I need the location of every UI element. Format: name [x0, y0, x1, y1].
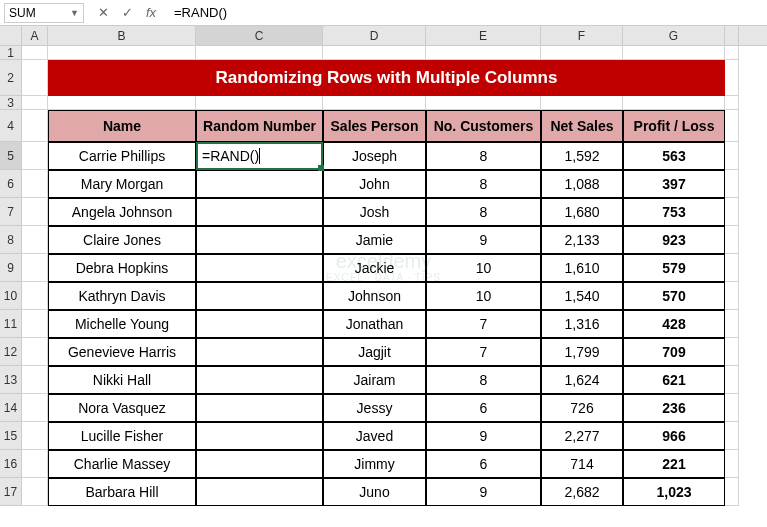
cell-profit-loss[interactable]: 563 [623, 142, 725, 170]
cell-name[interactable]: Carrie Phillips [48, 142, 196, 170]
cell-profit-loss[interactable]: 966 [623, 422, 725, 450]
cell[interactable] [725, 254, 739, 282]
cell[interactable] [48, 96, 196, 110]
col-header-a[interactable]: A [22, 26, 48, 45]
cell[interactable] [541, 46, 623, 60]
col-header-d[interactable]: D [323, 26, 426, 45]
cell-name[interactable]: Charlie Massey [48, 450, 196, 478]
cell[interactable] [48, 46, 196, 60]
cell-name[interactable]: Angela Johnson [48, 198, 196, 226]
col-header-b[interactable]: B [48, 26, 196, 45]
cell[interactable] [725, 46, 739, 60]
col-header-c[interactable]: C [196, 26, 323, 45]
cell-net-sales[interactable]: 1,316 [541, 310, 623, 338]
cell-sales-person[interactable]: Jairam [323, 366, 426, 394]
cell-customers[interactable]: 9 [426, 478, 541, 506]
cell[interactable] [196, 46, 323, 60]
cell[interactable] [725, 142, 739, 170]
header-net-sales[interactable]: Net Sales [541, 110, 623, 142]
cell-net-sales[interactable]: 1,624 [541, 366, 623, 394]
row-header[interactable]: 6 [0, 170, 22, 198]
cell-sales-person[interactable]: Jagjit [323, 338, 426, 366]
cell-profit-loss[interactable]: 753 [623, 198, 725, 226]
cell[interactable] [541, 96, 623, 110]
cell-random[interactable] [196, 366, 323, 394]
row-header[interactable]: 5 [0, 142, 22, 170]
cell[interactable] [725, 422, 739, 450]
col-header-e[interactable]: E [426, 26, 541, 45]
cell[interactable] [323, 46, 426, 60]
row-header[interactable]: 10 [0, 282, 22, 310]
row-header[interactable]: 1 [0, 46, 22, 60]
cell[interactable] [196, 96, 323, 110]
cell-customers[interactable]: 8 [426, 170, 541, 198]
cell-profit-loss[interactable]: 428 [623, 310, 725, 338]
row-header[interactable]: 12 [0, 338, 22, 366]
cell-name[interactable]: Barbara Hill [48, 478, 196, 506]
col-header-g[interactable]: G [623, 26, 725, 45]
cell[interactable] [22, 450, 48, 478]
cell-random[interactable] [196, 310, 323, 338]
cell-random[interactable] [196, 170, 323, 198]
header-name[interactable]: Name [48, 110, 196, 142]
cell-customers[interactable]: 8 [426, 366, 541, 394]
row-header[interactable]: 2 [0, 60, 22, 96]
cell-name[interactable]: Mary Morgan [48, 170, 196, 198]
cell[interactable] [426, 46, 541, 60]
cell-net-sales[interactable]: 1,592 [541, 142, 623, 170]
cell[interactable] [22, 110, 48, 142]
col-header-f[interactable]: F [541, 26, 623, 45]
cell-customers[interactable]: 9 [426, 226, 541, 254]
cell-net-sales[interactable]: 1,799 [541, 338, 623, 366]
cell-sales-person[interactable]: Jonathan [323, 310, 426, 338]
cell[interactable] [22, 422, 48, 450]
cell-name[interactable]: Kathryn Davis [48, 282, 196, 310]
cell-customers[interactable]: 8 [426, 198, 541, 226]
header-sales-person[interactable]: Sales Person [323, 110, 426, 142]
header-random[interactable]: Random Number [196, 110, 323, 142]
cell-sales-person[interactable]: Jackie [323, 254, 426, 282]
cell-profit-loss[interactable]: 397 [623, 170, 725, 198]
cell-sales-person[interactable]: Javed [323, 422, 426, 450]
cell[interactable] [22, 394, 48, 422]
cell-sales-person[interactable]: John [323, 170, 426, 198]
cell-name[interactable]: Nora Vasquez [48, 394, 196, 422]
cell[interactable] [725, 310, 739, 338]
cell[interactable] [725, 366, 739, 394]
cell-random[interactable] [196, 478, 323, 506]
row-header[interactable]: 3 [0, 96, 22, 110]
cell-customers[interactable]: 8 [426, 142, 541, 170]
cell-name[interactable]: Genevieve Harris [48, 338, 196, 366]
cell-random[interactable] [196, 226, 323, 254]
cell[interactable] [725, 110, 739, 142]
formula-input[interactable]: =RAND() [170, 3, 763, 23]
cell-net-sales[interactable]: 714 [541, 450, 623, 478]
col-header-h[interactable] [725, 26, 739, 45]
row-header[interactable]: 4 [0, 110, 22, 142]
row-header[interactable]: 9 [0, 254, 22, 282]
row-header[interactable]: 15 [0, 422, 22, 450]
cell[interactable] [426, 96, 541, 110]
cell-sales-person[interactable]: Jamie [323, 226, 426, 254]
cell-name[interactable]: Debra Hopkins [48, 254, 196, 282]
cell[interactable] [22, 226, 48, 254]
cell-random[interactable] [196, 198, 323, 226]
fx-icon[interactable]: fx [144, 5, 158, 20]
cell-profit-loss[interactable]: 621 [623, 366, 725, 394]
cell-net-sales[interactable]: 1,088 [541, 170, 623, 198]
row-header[interactable]: 13 [0, 366, 22, 394]
cell[interactable] [725, 170, 739, 198]
cell-name[interactable]: Claire Jones [48, 226, 196, 254]
cell[interactable] [725, 198, 739, 226]
cell-random[interactable] [196, 450, 323, 478]
cell-random[interactable] [196, 338, 323, 366]
cell[interactable] [725, 394, 739, 422]
cell-random[interactable]: =RAND() [196, 142, 323, 170]
cell[interactable] [323, 96, 426, 110]
cell[interactable] [725, 96, 739, 110]
cell-net-sales[interactable]: 1,680 [541, 198, 623, 226]
cell[interactable] [22, 282, 48, 310]
cell-sales-person[interactable]: Johnson [323, 282, 426, 310]
cancel-icon[interactable]: ✕ [96, 5, 110, 20]
cell-name[interactable]: Michelle Young [48, 310, 196, 338]
